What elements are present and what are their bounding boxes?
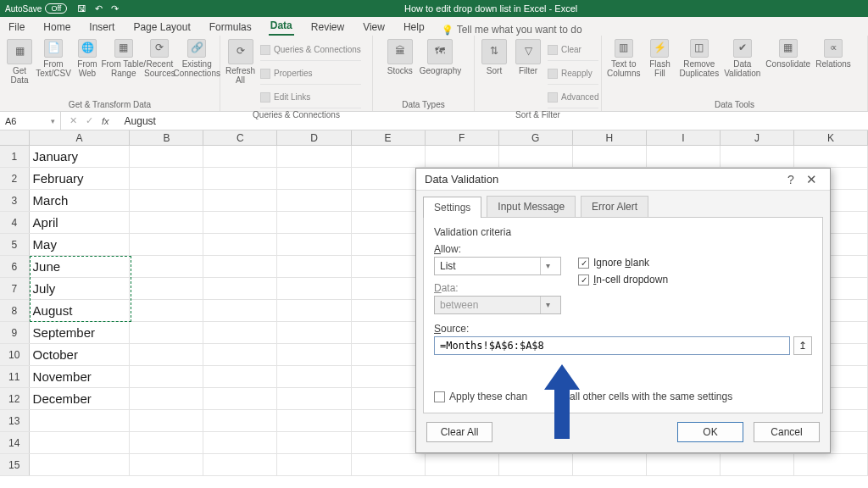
cell[interactable] xyxy=(130,278,203,299)
cell[interactable] xyxy=(130,256,203,277)
name-box[interactable]: A6 ▾ xyxy=(0,112,61,130)
cell[interactable] xyxy=(352,432,426,453)
sort-button[interactable]: ⇅Sort xyxy=(480,39,509,75)
flash-fill-button[interactable]: ⚡Flash Fill xyxy=(645,39,674,78)
col-header-A[interactable]: A xyxy=(30,130,131,145)
tab-home[interactable]: Home xyxy=(42,19,72,36)
cell[interactable] xyxy=(352,278,426,299)
tab-formulas[interactable]: Formulas xyxy=(208,19,253,36)
close-icon[interactable]: ✕ xyxy=(801,172,821,187)
cell[interactable] xyxy=(130,388,203,409)
cell[interactable] xyxy=(30,432,131,453)
row-header[interactable]: 2 xyxy=(0,168,30,189)
cell[interactable] xyxy=(794,146,868,167)
from-table-range-button[interactable]: ▦From Table/ Range xyxy=(107,39,140,78)
queries-connections-button[interactable]: Queries & Connections xyxy=(260,39,361,61)
help-icon[interactable]: ? xyxy=(781,173,801,186)
cell[interactable] xyxy=(277,454,351,475)
cell[interactable] xyxy=(130,234,203,255)
clear-filter-button[interactable]: Clear xyxy=(548,39,598,61)
cell[interactable] xyxy=(30,410,131,431)
cell[interactable] xyxy=(573,146,647,167)
cell[interactable] xyxy=(130,300,203,321)
cell[interactable] xyxy=(352,234,426,255)
tab-review[interactable]: Review xyxy=(309,19,346,36)
cell[interactable] xyxy=(203,278,277,299)
cell[interactable] xyxy=(352,344,426,365)
cell[interactable] xyxy=(203,146,277,167)
col-header-C[interactable]: C xyxy=(203,130,277,145)
dialog-tab-settings[interactable]: Settings xyxy=(423,197,481,218)
cell[interactable]: April xyxy=(30,212,131,233)
autosave-toggle[interactable]: AutoSave Off xyxy=(5,3,67,14)
cell[interactable] xyxy=(277,190,351,211)
cell[interactable] xyxy=(352,322,426,343)
cell[interactable] xyxy=(130,322,203,343)
cell[interactable] xyxy=(203,344,277,365)
tell-me-search[interactable]: 💡 Tell me what you want to do xyxy=(442,24,582,36)
cell[interactable] xyxy=(499,454,573,475)
from-web-button[interactable]: 🌐From Web xyxy=(73,39,102,78)
relations-button[interactable]: ∝Relations xyxy=(815,39,851,69)
cell[interactable] xyxy=(30,454,131,475)
col-header-G[interactable]: G xyxy=(499,130,573,145)
ignore-blank-checkbox[interactable]: ✓ Ignore blank xyxy=(578,257,668,269)
accept-icon[interactable]: ✓ xyxy=(86,115,93,126)
cell[interactable]: July xyxy=(30,278,131,299)
row-header[interactable]: 10 xyxy=(0,344,30,365)
cell[interactable] xyxy=(352,366,426,387)
col-header-F[interactable]: F xyxy=(426,130,499,145)
cell[interactable] xyxy=(352,212,426,233)
col-header-I[interactable]: I xyxy=(647,130,721,145)
cell[interactable] xyxy=(203,454,277,475)
cell[interactable] xyxy=(130,344,203,365)
cell[interactable] xyxy=(203,190,277,211)
cell[interactable] xyxy=(277,146,351,167)
cell[interactable] xyxy=(203,432,277,453)
cell[interactable]: December xyxy=(30,388,131,409)
cell[interactable] xyxy=(277,322,351,343)
col-header-K[interactable]: K xyxy=(794,130,868,145)
cell[interactable] xyxy=(203,410,277,431)
row-header[interactable]: 7 xyxy=(0,278,30,299)
col-header-H[interactable]: H xyxy=(573,130,647,145)
row-header[interactable]: 14 xyxy=(0,432,30,453)
cell[interactable] xyxy=(277,168,351,189)
cell[interactable] xyxy=(277,212,351,233)
cell[interactable] xyxy=(426,454,499,475)
select-all-corner[interactable] xyxy=(0,130,30,145)
fx-icon[interactable]: fx xyxy=(102,116,109,126)
cell[interactable] xyxy=(277,432,351,453)
cell[interactable] xyxy=(721,146,794,167)
row-header[interactable]: 12 xyxy=(0,388,30,409)
text-to-columns-button[interactable]: ▥Text to Columns xyxy=(607,39,640,78)
apply-to-all-checkbox[interactable]: Apply these chan o all other cells with … xyxy=(434,391,812,402)
row-header[interactable]: 5 xyxy=(0,234,30,255)
cell[interactable] xyxy=(794,454,868,475)
properties-button[interactable]: Properties xyxy=(260,63,361,85)
cell[interactable] xyxy=(130,146,203,167)
cell[interactable] xyxy=(352,146,426,167)
reapply-button[interactable]: Reapply xyxy=(548,63,598,85)
cell[interactable] xyxy=(277,234,351,255)
tab-insert[interactable]: Insert xyxy=(87,19,116,36)
cell[interactable] xyxy=(277,278,351,299)
from-text-csv-button[interactable]: 📄From Text/CSV xyxy=(39,39,68,78)
row-header[interactable]: 9 xyxy=(0,322,30,343)
cell[interactable] xyxy=(352,410,426,431)
cell[interactable] xyxy=(277,366,351,387)
cell[interactable] xyxy=(647,454,721,475)
cell[interactable] xyxy=(721,454,794,475)
cell[interactable] xyxy=(277,388,351,409)
row-header[interactable]: 3 xyxy=(0,190,30,211)
cell[interactable]: September xyxy=(30,322,131,343)
allow-dropdown[interactable]: List ▾ xyxy=(434,257,561,275)
consolidate-button[interactable]: ▦Consolidate xyxy=(765,39,810,69)
source-input[interactable] xyxy=(434,336,790,355)
tab-page-layout[interactable]: Page Layout xyxy=(131,19,192,36)
row-header[interactable]: 11 xyxy=(0,366,30,387)
cell[interactable] xyxy=(130,410,203,431)
cell[interactable] xyxy=(499,146,573,167)
row-header[interactable]: 8 xyxy=(0,300,30,321)
cancel-icon[interactable]: ✕ xyxy=(70,115,77,126)
